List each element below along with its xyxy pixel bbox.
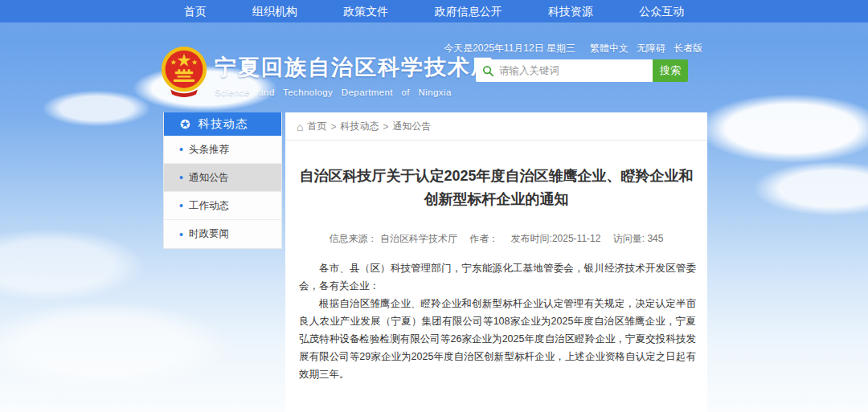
site-subtitle-english: Science and Technology Department of Nin… [215,88,456,97]
article-meta: 信息来源： 自治区科学技术厅 作者： 发布时间:2025-11-12 访问量: … [285,232,707,246]
search-box [476,59,653,82]
national-emblem-logo [160,44,208,99]
breadcrumb-separator: > [383,121,388,133]
sidebar: ✪ 科技动态 • 头条推荐 • 通知公告 • 工作动态 [163,112,282,249]
nav-item[interactable]: 公众互动 [639,0,684,22]
header-top-row: 今天是2025年11月12日 星期三 繁體中文 无障碍 长者版 [444,42,702,55]
article-paragraph: 根据自治区雏鹰企业、瞪羚企业和创新型标杆企业认定管理有关规定，决定认定半亩良人农… [299,295,696,383]
bullet-icon: • [179,200,183,211]
content-panel: ⌂ 首页> 科技动态> 通知公告> 自治区科技厅关于认定2025年度自治区雏鹰企… [285,112,707,412]
search-row: 搜索 [476,59,688,82]
breadcrumb-item[interactable]: 通知公告 [393,120,432,133]
sidebar-menu-item[interactable]: • 通知公告 [164,164,281,192]
sidebar-menu-item[interactable]: • 工作动态 [164,192,281,220]
search-button[interactable]: 搜索 [653,59,688,82]
nav-item[interactable]: 科技资源 [548,0,593,22]
home-icon: ⌂ [297,121,303,133]
quick-link[interactable]: 繁體中文 [590,42,628,55]
meta-publish-time: 发布时间:2025-11-12 [511,233,601,244]
nav-item[interactable]: 政府信息公开 [435,0,502,22]
bullet-icon: • [179,144,183,155]
nav-item[interactable]: 首页 [184,0,207,22]
nav-item[interactable]: 政策文件 [343,0,388,22]
breadcrumb-separator: > [330,121,336,133]
article-title: 自治区科技厅关于认定2025年度自治区雏鹰企业、瞪羚企业和创新型标杆企业的通知 [296,165,698,211]
site-title: 宁夏回族自治区科学技术厅 [215,53,456,82]
sidebar-item-label: 通知公告 [189,171,229,185]
breadcrumb-item[interactable]: 科技动态 [340,120,379,133]
bullet-icon: • [179,172,183,183]
sidebar-item-label: 头条推荐 [189,143,229,157]
quick-link[interactable]: 长者版 [674,42,702,55]
quick-links: 繁體中文 无障碍 长者版 [590,42,702,55]
today-date: 今天是2025年11月12日 星期三 [444,42,575,55]
sidebar-menu-item[interactable]: • 头条推荐 [164,136,281,164]
quick-link[interactable]: 无障碍 [637,42,665,55]
article-paragraph: 各市、县（区）科技管理部门，宁东能源化工基地管委会，银川经济技术开发区管委会，各… [299,259,696,295]
search-icon [482,65,494,77]
top-navbar: 首页 组织机构 政策文件 政府信息公开 科技资源 公众互动 [0,0,868,22]
sidebar-item-label: 时政要闻 [189,227,229,241]
breadcrumb: ⌂ 首页> 科技动态> 通知公告> [285,112,707,141]
main-area: ✪ 科技动态 • 头条推荐 • 通知公告 • 工作动态 [163,112,707,412]
site-header: 宁夏回族自治区科学技术厅 Science and Technology Depa… [0,22,868,112]
breadcrumb-item[interactable]: 首页 [307,120,326,133]
meta-source: 信息来源： 自治区科学技术厅 [330,233,457,244]
meta-views: 访问量: 345 [613,233,664,244]
top-nav-list: 首页 组织机构 政策文件 政府信息公开 科技资源 公众互动 [161,0,707,22]
meta-author: 作者： [469,233,498,244]
article-body: 各市、县（区）科技管理部门，宁东能源化工基地管委会，银川经济技术开发区管委会，各… [285,259,707,383]
sidebar-menu: • 头条推荐 • 通知公告 • 工作动态 • 时政要闻 [164,136,281,248]
bullet-icon: • [179,229,183,240]
search-input[interactable] [499,65,644,76]
sidebar-item-label: 工作动态 [189,199,229,213]
nav-item[interactable]: 组织机构 [252,0,297,22]
star-circle-icon: ✪ [180,118,190,130]
sidebar-header: ✪ 科技动态 [164,112,281,136]
sidebar-title: 科技动态 [199,116,248,132]
site-title-block: 宁夏回族自治区科学技术厅 Science and Technology Depa… [215,53,456,97]
sidebar-menu-item[interactable]: • 时政要闻 [164,220,281,248]
